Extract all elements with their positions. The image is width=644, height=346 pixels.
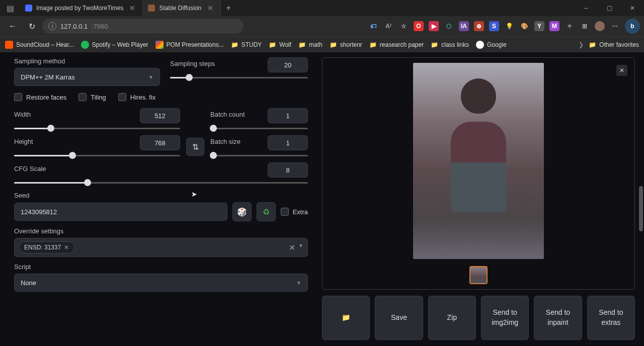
ext-icon[interactable]: 💡 (504, 21, 514, 31)
bookmark-icon (81, 41, 89, 49)
generated-image[interactable] (413, 63, 544, 259)
browser-tab[interactable]: Image posted by TwoMoreTimes ✕ (20, 0, 143, 16)
url-port: :7860 (92, 23, 108, 30)
folder-icon: 📁 (589, 41, 596, 48)
bookmark-folder[interactable]: 📁math (298, 41, 323, 48)
send-extras-button[interactable]: Send to extras (587, 296, 635, 340)
ext-icon[interactable]: ⬡ (444, 21, 454, 31)
override-settings-field[interactable]: ENSD: 31337 ✕ ✕ ▼ (14, 238, 308, 257)
output-panel: ✕ 📁 Save Zip Send to img2img Send to inp… (317, 52, 644, 346)
hires-fix-checkbox[interactable]: Hires. fix (118, 93, 156, 101)
folder-icon: 📁 (431, 41, 438, 48)
back-button[interactable]: ← (4, 18, 21, 35)
browser-tab-active[interactable]: Stable Diffusion ✕ (143, 0, 221, 16)
ext-icon[interactable]: IA (459, 21, 469, 31)
close-icon[interactable]: ✕ (205, 4, 215, 12)
bookmark-item[interactable]: POM Presentations... (155, 41, 224, 49)
extra-checkbox[interactable]: Extra (281, 208, 308, 216)
new-tab-button[interactable]: + (221, 4, 236, 13)
batch-count-slider[interactable] (210, 125, 308, 131)
ext-icon[interactable]: ⊕ (474, 21, 484, 31)
maximize-button[interactable]: ▢ (598, 0, 621, 16)
sampling-steps-slider[interactable] (170, 74, 308, 80)
menu-icon[interactable]: ⋯ (610, 21, 620, 31)
ext-icon[interactable]: ▶ (429, 21, 439, 31)
favorite-icon[interactable]: ☆ (398, 21, 409, 31)
bookmark-folder[interactable]: 📁shortenr (330, 41, 362, 48)
open-folder-button[interactable]: 📁 (322, 296, 370, 340)
address-field[interactable]: i 127.0.0.1:7860 (42, 19, 244, 34)
chevron-down-icon: ▼ (296, 280, 301, 286)
ext-icon[interactable]: Y (534, 21, 544, 31)
width-slider[interactable] (14, 125, 180, 131)
folder-icon: 📁 (369, 41, 377, 48)
shopping-icon[interactable]: 🏷 (368, 21, 378, 31)
bookmark-item[interactable]: Google (476, 41, 507, 49)
height-slider[interactable] (14, 152, 180, 158)
copilot-icon[interactable]: b (625, 19, 640, 34)
sampling-steps-label: Sampling steps (170, 60, 215, 67)
bookmark-folder[interactable]: 📁class links (431, 41, 469, 48)
folder-icon: 📁 (298, 41, 306, 48)
send-img2img-button[interactable]: Send to img2img (481, 296, 529, 340)
site-info-icon[interactable]: i (48, 22, 56, 30)
cfg-slider[interactable] (14, 180, 308, 186)
bookmark-item[interactable]: SoundCloud – Hear... (5, 41, 74, 49)
ext-icon[interactable]: S (489, 21, 499, 31)
scrollbar-thumb[interactable] (639, 186, 643, 231)
app-content: Sampling method DPM++ 2M Karras ▼ Sampli… (0, 52, 644, 346)
folder-icon: 📁 (330, 41, 337, 48)
cfg-label: CFG Scale (14, 165, 46, 172)
reuse-seed-button[interactable]: ♻ (257, 202, 276, 221)
random-seed-button[interactable]: 🎲 (232, 202, 252, 221)
url-bar: ← ↻ i 127.0.0.1:7860 🏷 A⁾ ☆ O ▶ ⬡ IA ⊕ S… (0, 16, 644, 36)
image-thumbnail[interactable] (469, 266, 488, 284)
bookmark-folder[interactable]: 📁STUDY (231, 41, 262, 48)
height-input[interactable]: 768 (140, 135, 180, 150)
tab-title: Stable Diffusion (159, 5, 201, 12)
restore-faces-checkbox[interactable]: Restore faces (14, 93, 66, 101)
width-input[interactable]: 512 (140, 108, 180, 123)
send-inpaint-button[interactable]: Send to inpaint (534, 296, 582, 340)
chip-remove-icon[interactable]: ✕ (64, 244, 69, 251)
ext-icon[interactable]: 🎨 (519, 21, 529, 31)
seed-label: Seed (14, 192, 308, 199)
script-dropdown[interactable]: None ▼ (14, 274, 308, 292)
sampling-steps-input[interactable]: 20 (268, 57, 308, 72)
save-button[interactable]: Save (375, 296, 423, 340)
minimize-button[interactable]: ─ (575, 0, 598, 16)
bookmark-item[interactable]: Spotify – Web Player (81, 41, 148, 49)
sampling-method-label: Sampling method (14, 57, 160, 65)
chevron-down-icon[interactable]: ▼ (298, 243, 303, 252)
batch-size-label: Batch size (210, 138, 240, 145)
clear-overrides-icon[interactable]: ✕ (289, 243, 295, 252)
batch-count-input[interactable]: 1 (268, 108, 308, 123)
bookmark-folder[interactable]: 📁Wolf (269, 41, 291, 48)
favicon-icon (148, 5, 155, 12)
other-favorites[interactable]: 📁Other favorites (589, 41, 639, 48)
tab-title: Image posted by TwoMoreTimes (36, 5, 123, 12)
bookmark-icon (155, 41, 164, 49)
refresh-button[interactable]: ↻ (23, 18, 40, 35)
favorites-icon[interactable]: ✧ (565, 21, 575, 31)
read-aloud-icon[interactable]: A⁾ (383, 21, 393, 31)
tab-actions-icon[interactable]: ▤ (0, 4, 20, 13)
ext-icon[interactable]: O (414, 21, 424, 31)
bookmarks-overflow[interactable]: ❯ (579, 41, 584, 48)
sampling-method-dropdown[interactable]: DPM++ 2M Karras ▼ (14, 68, 160, 86)
swap-dimensions-button[interactable]: ⇅ (186, 138, 204, 156)
tiling-checkbox[interactable]: Tiling (78, 93, 106, 101)
bookmark-folder[interactable]: 📁reasearch paper (369, 41, 424, 48)
batch-size-input[interactable]: 1 (268, 135, 308, 150)
profile-icon[interactable] (595, 21, 605, 31)
close-icon[interactable]: ✕ (127, 4, 137, 12)
seed-input[interactable]: 1243095812 (14, 203, 227, 221)
batch-size-slider[interactable] (210, 152, 308, 158)
ext-icon[interactable]: M (549, 21, 559, 31)
close-preview-button[interactable]: ✕ (616, 65, 627, 76)
collections-icon[interactable]: ⊞ (580, 21, 590, 31)
zip-button[interactable]: Zip (428, 296, 476, 340)
close-window-button[interactable]: ✕ (621, 0, 644, 16)
cfg-input[interactable]: 8 (268, 162, 308, 178)
chevron-down-icon: ▼ (148, 74, 153, 80)
